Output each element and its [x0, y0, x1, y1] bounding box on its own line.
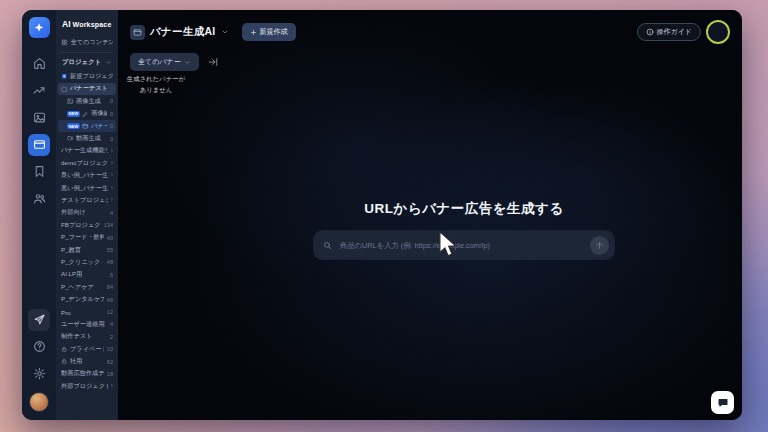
- banner-tool-icon[interactable]: [28, 134, 50, 156]
- workspace-title: AI Workspace: [56, 16, 118, 36]
- sidebar-project-item[interactable]: P_フード・飲料 40: [56, 231, 118, 243]
- sidebar-project-item[interactable]: 外部プロジェクトデ… ›: [56, 380, 118, 392]
- project-item-count: 2: [110, 334, 113, 340]
- sidebar-project-item[interactable]: 外部向け 4: [56, 207, 118, 219]
- project-item-label: 動画広告作成テスト: [61, 369, 104, 378]
- sidebar-project-item[interactable]: NEW バナー生成(β) 0: [58, 120, 116, 132]
- image-library-icon[interactable]: [28, 107, 50, 129]
- project-item-label: バナー生成機能リリ…: [61, 146, 108, 155]
- analytics-icon[interactable]: [28, 80, 50, 102]
- project-item-label: 動画生成: [76, 134, 101, 143]
- sidebar-project-item[interactable]: P_教育 55: [56, 244, 118, 256]
- project-item-label: P_ヘアケア: [61, 283, 94, 292]
- chevron-right-icon: ›: [111, 172, 113, 179]
- bookmark-icon[interactable]: [28, 161, 50, 183]
- sidebar-project-item[interactable]: テストプロジェクト ›: [56, 194, 118, 206]
- project-item-label: 良い例_バナー生成…: [61, 171, 108, 180]
- chevron-down-icon: [184, 59, 191, 66]
- empty-state: 生成されたバナーが ありません: [120, 74, 192, 96]
- tab-all-banners-label: 全てのバナー: [138, 57, 181, 67]
- new-badge: NEW: [67, 123, 80, 129]
- chat-widget-button[interactable]: [711, 391, 734, 414]
- workspace-title-prefix: AI: [62, 19, 71, 29]
- home-icon[interactable]: [28, 53, 50, 75]
- sidebar-project-item[interactable]: バナー生成機能リリ… ›: [56, 145, 118, 157]
- project-item-count: 4: [110, 210, 113, 216]
- title-dropdown-chevron-icon[interactable]: [221, 28, 229, 36]
- sidebar-project-item[interactable]: プライベートプ… 10: [56, 343, 118, 355]
- page-title: バナー生成AI: [150, 25, 216, 39]
- sidebar-project-item[interactable]: 悪い例_バナー生成… ›: [56, 182, 118, 194]
- sidebar-project-item[interactable]: P_ヘアケア 84: [56, 281, 118, 293]
- project-item-label: 悪い例_バナー生成…: [61, 184, 108, 193]
- empty-state-line2: ありません: [120, 85, 192, 96]
- project-item-label: 外部プロジェクトデ…: [61, 382, 108, 391]
- filter-row: 全てのバナー: [118, 44, 742, 71]
- project-item-label: 外部向け: [61, 208, 86, 217]
- sidebar-project-item[interactable]: AI LP用 6: [56, 269, 118, 281]
- rail-bottom-icons: [28, 306, 50, 387]
- project-item-label: 制作テスト: [61, 332, 92, 341]
- send-icon[interactable]: [28, 309, 50, 331]
- chevron-right-icon: ›: [111, 197, 113, 204]
- project-item-label: P_デンタルケア: [61, 295, 104, 304]
- project-item-icon: [82, 111, 89, 118]
- account-avatar[interactable]: [706, 20, 730, 44]
- new-create-button[interactable]: 新規作成: [242, 23, 296, 41]
- new-badge: NEW: [67, 111, 80, 117]
- project-item-count: 134: [104, 222, 113, 228]
- project-item-label: AI LP用: [61, 270, 82, 279]
- sidebar-divider: [61, 52, 113, 53]
- project-item-label: プライベートプ…: [70, 345, 104, 354]
- chevron-down-icon: [105, 59, 112, 66]
- projects-header[interactable]: プロジェクト: [56, 56, 118, 70]
- project-item-count: 46: [107, 297, 113, 303]
- guide-button[interactable]: 操作ガイド: [637, 23, 702, 41]
- sidebar-project-item[interactable]: バナーテスト: [58, 83, 116, 95]
- collapse-panel-icon[interactable]: [208, 57, 218, 67]
- sidebar-project-item[interactable]: demoプロジェクト ›: [56, 157, 118, 169]
- sidebar-project-item[interactable]: NEW 画像編集 0: [56, 108, 118, 120]
- sidebar-project-item[interactable]: 動画生成 0: [56, 132, 118, 144]
- lock-icon: [61, 346, 68, 353]
- team-icon[interactable]: [28, 188, 50, 210]
- sidebar-project-item[interactable]: 制作テスト 2: [56, 331, 118, 343]
- projects-header-label: プロジェクト: [62, 58, 101, 67]
- hero-heading: URLからバナー広告を生成する: [314, 200, 614, 218]
- project-item-count: 6: [110, 272, 113, 278]
- sidebar-project-item[interactable]: P_デンタルケア 46: [56, 293, 118, 305]
- app-logo[interactable]: [29, 17, 50, 38]
- tab-all-banners[interactable]: 全てのバナー: [130, 53, 199, 71]
- project-item-count: 4: [110, 321, 113, 327]
- chevron-right-icon: ›: [111, 148, 113, 155]
- sidebar-project-item[interactable]: 新規プロジェクト: [56, 70, 118, 82]
- sidebar-project-item[interactable]: 良い例_バナー生成… ›: [56, 170, 118, 182]
- project-item-label: 画像編集: [91, 109, 107, 118]
- workspace-title-name: Workspace: [73, 21, 112, 28]
- empty-state-line1: 生成されたバナーが: [120, 74, 192, 85]
- project-item-icon: [67, 135, 74, 142]
- settings-icon[interactable]: [28, 363, 50, 385]
- sidebar-project-item[interactable]: P_クリニック 48: [56, 256, 118, 268]
- sidebar-project-item[interactable]: 画像生成 0: [56, 95, 118, 107]
- plus-icon: [250, 29, 257, 36]
- sidebar-project-item[interactable]: FBプロジェクト用 134: [56, 219, 118, 231]
- project-item-label: 画像生成: [76, 97, 101, 106]
- sidebar-project-item[interactable]: 社用 62: [56, 355, 118, 367]
- project-item-label: demoプロジェクト: [61, 159, 108, 168]
- sidebar-project-item[interactable]: 動画広告作成テスト 18: [56, 368, 118, 380]
- url-input[interactable]: [338, 240, 584, 251]
- sidebar-project-item[interactable]: Pro 12: [56, 306, 118, 318]
- url-input-bar[interactable]: [314, 231, 614, 259]
- lock-icon: [61, 358, 68, 365]
- app-window: AI Workspace 全てのコンテンツ プロジェクト 新規プロジェクト バナ…: [22, 10, 742, 420]
- sidebar-project-item[interactable]: ユーザー連絡用 4: [56, 318, 118, 330]
- help-icon[interactable]: [28, 336, 50, 358]
- user-avatar[interactable]: [29, 392, 49, 412]
- project-item-label: バナー生成(β): [91, 122, 107, 131]
- project-item-count: 0: [110, 98, 113, 104]
- project-item-label: Pro: [61, 309, 71, 316]
- rail-top-icons: [28, 50, 50, 212]
- sidebar-item-all-contents[interactable]: 全てのコンテンツ: [56, 36, 118, 48]
- submit-url-button[interactable]: [590, 236, 609, 255]
